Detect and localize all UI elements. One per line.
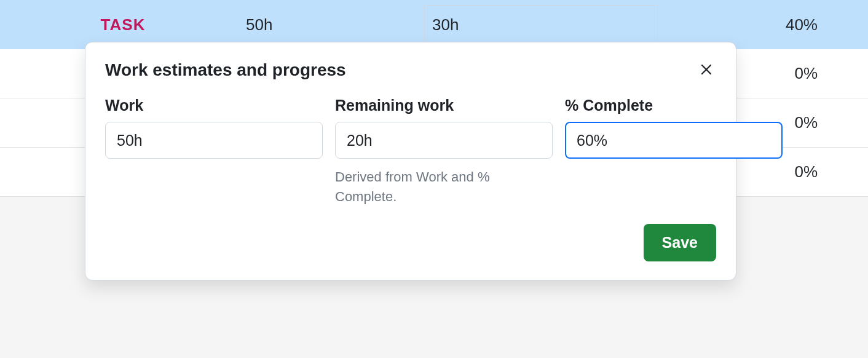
popover-header: Work estimates and progress <box>105 60 716 81</box>
remaining-helper-text: Derived from Work and % Complete. <box>335 167 553 207</box>
header-remaining-cell[interactable]: 30h <box>418 5 658 44</box>
header-work-value: 50h <box>246 15 272 34</box>
percent-field-group: % Complete <box>565 97 783 207</box>
close-icon <box>699 62 714 77</box>
header-percent-cell[interactable]: 40% <box>658 15 868 34</box>
header-remaining-box[interactable]: 30h <box>424 5 658 44</box>
percent-complete-input[interactable] <box>565 122 783 159</box>
remaining-field-group: Remaining work Derived from Work and % C… <box>335 97 553 207</box>
fields-row: Work Remaining work Derived from Work an… <box>105 97 716 207</box>
row-percent-value: 0% <box>794 64 818 83</box>
header-remaining-value: 30h <box>432 15 459 34</box>
close-button[interactable] <box>696 60 716 81</box>
work-estimates-popover: Work estimates and progress Work Remaini… <box>85 42 736 280</box>
header-percent-value: 40% <box>786 15 818 34</box>
work-label: Work <box>105 97 323 114</box>
work-field-group: Work <box>105 97 323 207</box>
remaining-work-input[interactable] <box>335 122 553 159</box>
row-percent-value: 0% <box>794 113 818 132</box>
task-label: TASK <box>101 15 146 34</box>
percent-complete-label: % Complete <box>565 97 783 114</box>
work-input[interactable] <box>105 122 323 159</box>
popover-title: Work estimates and progress <box>105 60 346 80</box>
header-work-cell[interactable]: 50h <box>246 15 418 34</box>
popover-actions: Save <box>105 224 716 261</box>
remaining-work-label: Remaining work <box>335 97 553 114</box>
header-task-cell: TASK <box>0 15 246 34</box>
save-button[interactable]: Save <box>644 224 716 261</box>
row-percent-value: 0% <box>794 162 818 181</box>
